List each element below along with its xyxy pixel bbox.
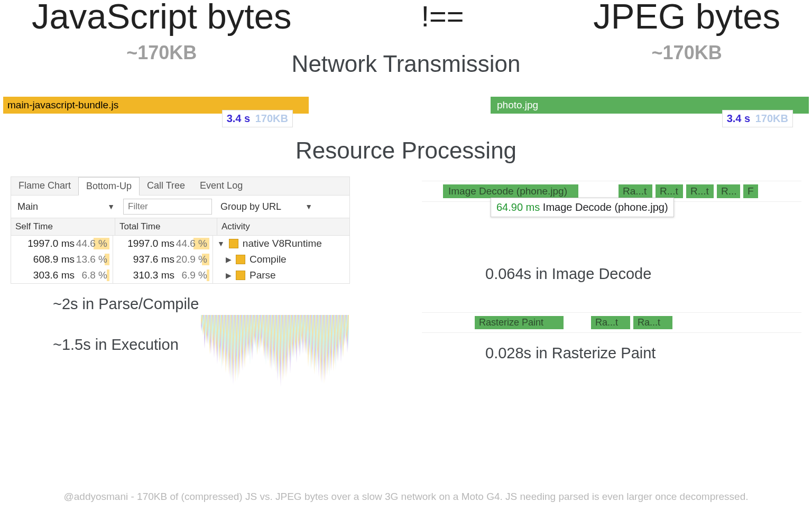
activity-color-icon — [229, 239, 238, 248]
expand-icon[interactable]: ▶ — [226, 271, 232, 280]
decode-tooltip-ms: 64.90 ms — [496, 201, 540, 213]
jpg-download-badge: 3.4 s 170KB — [722, 110, 793, 127]
col-self-time[interactable]: Self Time — [11, 218, 115, 235]
expand-icon[interactable]: ▶ — [226, 255, 232, 264]
table-header: Self Time Total Time Activity — [11, 218, 349, 236]
groupby-select[interactable]: Group by URL ▼ — [218, 200, 315, 213]
js-file-label: main-javascript-bundle.js — [7, 99, 118, 111]
metric-parse-compile: ~2s in Parse/Compile — [53, 295, 390, 313]
section-processing: Resource Processing — [0, 137, 812, 164]
raster-block: Ra...t — [591, 316, 630, 329]
decode-block: F — [743, 184, 758, 198]
decode-tooltip-label: Image Decode (phone.jpg) — [543, 201, 668, 213]
activity-color-icon — [236, 255, 245, 264]
section-network: Network Transmission — [0, 51, 812, 77]
thread-select-label: Main — [17, 201, 38, 212]
js-download-bar: main-javascript-bundle.js 3.4 s 170KB — [3, 97, 309, 114]
col-js: Flame Chart Bottom-Up Call Tree Event Lo… — [11, 176, 390, 369]
js-download-time: 3.4 s — [227, 113, 250, 124]
metric-image-decode: 0.064s in Image Decode — [485, 265, 801, 283]
chevron-down-icon: ▼ — [107, 202, 115, 211]
col-total-time[interactable]: Total Time — [115, 218, 217, 235]
jpg-download-size: 170KB — [755, 113, 788, 124]
raster-block: Ra...t — [633, 316, 672, 329]
thread-select[interactable]: Main ▼ — [15, 200, 117, 213]
footer-credit: @addyosmani - 170KB of (compressed) JS v… — [0, 491, 812, 503]
js-download-size: 170KB — [255, 113, 288, 124]
tab-bottom-up[interactable]: Bottom-Up — [78, 177, 140, 196]
devtools-tabs: Flame Chart Bottom-Up Call Tree Event Lo… — [11, 177, 349, 196]
activity-color-icon — [236, 271, 245, 280]
raster-block: Rasterize Paint — [475, 316, 564, 329]
groupby-label: Group by URL — [220, 201, 281, 212]
decode-block: Image Decode (phone.jpg) — [443, 184, 578, 198]
devtools-filters: Main ▼ Group by URL ▼ — [11, 196, 349, 218]
table-row[interactable]: 303.6 ms6.8 % 310.3 ms6.9 % ▶Parse — [11, 267, 349, 283]
decode-block: Ra...t — [619, 184, 652, 198]
flame-chart-thumbnail — [201, 315, 349, 399]
decode-block: R...t — [686, 184, 714, 198]
title-jpeg: JPEG bytes — [593, 0, 780, 36]
col-activity[interactable]: Activity — [217, 218, 349, 235]
jpg-download-time: 3.4 s — [727, 113, 750, 124]
metric-rasterize: 0.028s in Rasterize Paint — [485, 345, 801, 362]
table-row[interactable]: 608.9 ms13.6 % 937.6 ms20.9 % ▶Compile — [11, 252, 349, 267]
col-jpeg: Image Decode (phone.jpg) Ra...t R...t R.… — [422, 176, 801, 369]
tab-call-tree[interactable]: Call Tree — [140, 177, 192, 195]
chevron-down-icon: ▼ — [305, 202, 312, 211]
jpg-file-label: photo.jpg — [497, 99, 538, 111]
tab-event-log[interactable]: Event Log — [192, 177, 250, 195]
tab-flame-chart[interactable]: Flame Chart — [11, 177, 78, 195]
table-row[interactable]: 1997.0 ms44.6 % 1997.0 ms44.6 % ▼native … — [11, 236, 349, 252]
jpg-download-bar: photo.jpg 3.4 s 170KB — [491, 97, 809, 114]
expand-icon[interactable]: ▼ — [217, 239, 225, 248]
filter-input[interactable] — [123, 199, 212, 215]
not-equal: !== — [421, 0, 464, 33]
decode-block: R...t — [656, 184, 683, 198]
rasterize-trace: Rasterize Paint Ra...t Ra...t — [422, 312, 801, 333]
decode-tooltip: 64.90 ms Image Decode (phone.jpg) — [491, 198, 674, 217]
js-download-badge: 3.4 s 170KB — [222, 110, 293, 127]
devtools-panel: Flame Chart Bottom-Up Call Tree Event Lo… — [11, 176, 350, 284]
download-bars: main-javascript-bundle.js 3.4 s 170KB ph… — [3, 97, 809, 114]
title-js: JavaScript bytes — [32, 0, 292, 36]
decode-block: R... — [717, 184, 740, 198]
